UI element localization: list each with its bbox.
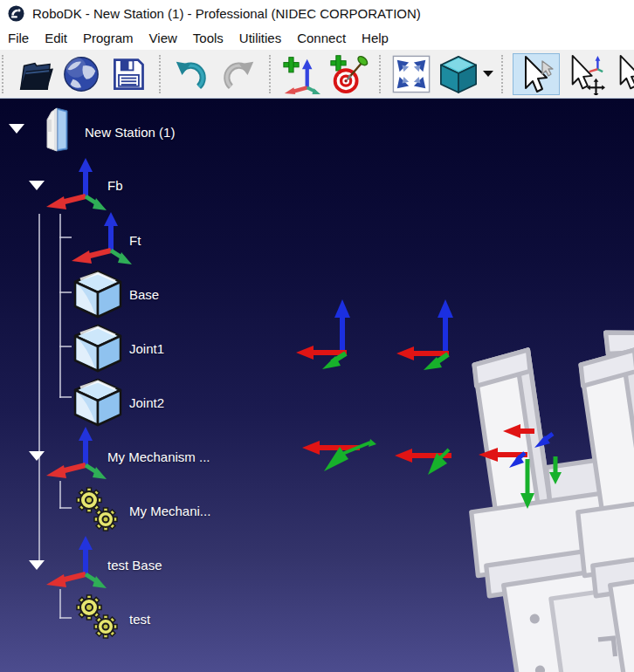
viewport-3d[interactable]: New Station (1) Fb Ft Base Joint1 Joint2… (0, 99, 634, 672)
title-bar: RoboDK - New Station (1) - Professional … (0, 0, 634, 26)
fit-all-icon (391, 53, 431, 95)
frame-axes (296, 299, 376, 471)
redo-icon (218, 54, 258, 94)
cube-view-icon (438, 53, 479, 95)
view-cube-button[interactable] (438, 53, 479, 95)
chevron-down-icon (483, 71, 493, 77)
add-frame-icon (281, 53, 321, 95)
toolbar-drag-handle[interactable] (269, 55, 274, 93)
robodk-logo-icon (8, 5, 24, 22)
move-reference-tool-button[interactable] (565, 53, 607, 95)
view-cube-dropdown[interactable] (482, 53, 494, 95)
add-target-icon (328, 53, 369, 95)
open-button[interactable] (13, 53, 55, 95)
menu-edit[interactable]: Edit (37, 29, 75, 47)
menu-utilities[interactable]: Utilities (231, 29, 289, 47)
menu-file[interactable]: File (0, 29, 37, 47)
menu-bar: File Edit Program View Tools Utilities C… (0, 26, 634, 50)
cursor-move-robot-icon (613, 53, 634, 95)
menu-help[interactable]: Help (354, 29, 396, 47)
window-title: RoboDK - New Station (1) - Professional … (32, 6, 421, 21)
cursor-select-icon (515, 53, 557, 95)
toolbar (0, 50, 634, 99)
online-library-button[interactable] (60, 53, 102, 95)
select-tool-button[interactable] (513, 53, 560, 95)
fit-all-button[interactable] (390, 53, 432, 95)
add-target-button[interactable] (327, 53, 369, 95)
frame-axes (395, 299, 453, 475)
scene-canvas[interactable] (0, 99, 634, 672)
menu-program[interactable]: Program (75, 29, 141, 47)
save-icon (109, 55, 148, 93)
toolbar-drag-handle[interactable] (501, 55, 507, 93)
save-button[interactable] (107, 53, 149, 95)
undo-icon (171, 54, 211, 94)
folder-open-icon (14, 56, 54, 93)
move-robot-tool-button[interactable] (612, 53, 634, 95)
toolbar-drag-handle[interactable] (159, 55, 164, 93)
cursor-move-frame-icon (566, 53, 606, 95)
undo-button[interactable] (170, 53, 212, 95)
toolbar-drag-handle[interactable] (379, 55, 384, 93)
menu-tools[interactable]: Tools (185, 29, 231, 47)
menu-view[interactable]: View (141, 29, 185, 47)
globe-icon (61, 54, 101, 94)
redo-button[interactable] (217, 53, 259, 95)
add-reference-frame-button[interactable] (280, 53, 322, 95)
menu-connect[interactable]: Connect (289, 29, 354, 47)
toolbar-drag-handle[interactable] (2, 55, 7, 93)
